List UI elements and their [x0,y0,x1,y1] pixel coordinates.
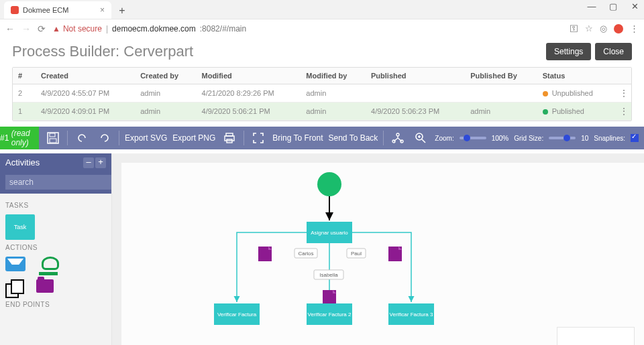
col-created[interactable]: Created [36,68,135,84]
not-secure-badge: ▲Not secure [52,24,102,33]
layout-icon[interactable] [389,129,407,147]
copy-icon[interactable] [5,279,23,297]
endpoints-section-label: END POINTS [5,301,106,308]
page-title: Process Builder: Cerverpart [12,43,193,60]
tab-close-icon[interactable]: × [100,5,105,15]
nav-forward-icon[interactable]: → [21,23,31,34]
window-minimize[interactable]: — [585,1,598,11]
svg-rect-2 [50,139,56,143]
svg-point-6 [396,133,399,136]
status-dot-icon [543,109,548,115]
col-status[interactable]: Status [537,68,614,84]
zoom-value: 100% [492,135,509,142]
ruler-vertical [112,153,121,345]
row-menu-icon[interactable]: ⋮ [614,102,631,121]
grid-slider[interactable] [549,137,576,139]
status-dot-icon [543,91,548,96]
svg-text:Paul: Paul [351,251,362,257]
redo-icon[interactable] [96,129,113,147]
table-row[interactable]: 1 4/9/2020 4:09:01 PM admin 4/9/2020 5:0… [13,102,631,121]
window-maximize[interactable]: ▢ [606,1,620,11]
export-png-button[interactable]: Export PNG [172,133,215,143]
snaplines-checkbox[interactable] [631,134,639,142]
svg-text:Verificar Factura: Verificar Factura [217,312,257,318]
folder-icon[interactable] [36,279,54,293]
close-button[interactable]: Close [595,43,632,60]
grid-label: Grid Size: [514,135,543,142]
svg-rect-4 [225,136,234,141]
new-tab-button[interactable]: + [114,3,130,19]
nav-reload-icon[interactable]: ⟳ [38,23,46,34]
window-controls: — ▢ ✕ [585,1,641,11]
send-to-back-button[interactable]: Send To Back [329,133,378,143]
col-published-by[interactable]: Published By [465,68,537,84]
svg-rect-0 [48,133,58,143]
browser-menu-icon[interactable]: ⋮ [630,23,639,33]
row-menu-icon[interactable]: ⋮ [614,84,631,102]
flow-diagram: Asignar usuario Carlos Paul Isabella Ver… [121,163,551,345]
svg-text:Verificar Factura 2: Verificar Factura 2 [308,312,352,318]
nav-back-icon[interactable]: ← [5,23,15,34]
url-path: :8082/#/main [200,24,246,33]
add-panel-button[interactable]: + [95,157,106,168]
collapse-panel-button[interactable]: – [83,157,94,168]
shield-icon[interactable]: ◎ [600,23,607,33]
bring-to-front-button[interactable]: Bring To Front [272,133,323,143]
envelope-icon[interactable] [5,257,25,271]
export-svg-button[interactable]: Export SVG [125,133,167,143]
svg-text:Isabella: Isabella [319,272,338,278]
star-icon[interactable]: ☆ [585,23,593,33]
extension-icon[interactable] [614,24,623,33]
minimap[interactable] [557,327,635,345]
table-row[interactable]: 2 4/9/2020 4:55:07 PM admin 4/21/2020 8:… [13,84,631,102]
col-modified[interactable]: Modified [197,68,301,84]
svg-text:Asignar usuario: Asignar usuario [311,230,348,236]
col-published[interactable]: Published [366,68,465,84]
svg-text:Verificar Factura 3: Verificar Factura 3 [390,312,433,318]
actions-section-label: ACTIONS [5,244,106,251]
favicon-icon [11,6,19,14]
print-icon[interactable] [221,129,238,147]
svg-rect-1 [50,133,55,137]
window-close[interactable]: ✕ [628,1,641,11]
start-node[interactable] [317,172,341,196]
undo-icon[interactable] [73,129,91,147]
activities-search-input[interactable] [5,175,114,190]
save-icon[interactable] [44,129,62,147]
url-host: demoecm.dokmee.com [112,24,196,33]
col-created-by[interactable]: Created by [135,68,196,84]
browser-tab[interactable]: Dokmee ECM × [4,1,111,19]
canvas-toolbar: Export SVG Export PNG Bring To Front Sen… [39,127,644,149]
col-modified-by[interactable]: Modified by [301,68,366,84]
zoom-icon[interactable] [412,129,429,147]
fullscreen-icon[interactable] [250,129,267,147]
svg-text:Carlos: Carlos [298,251,313,257]
address-bar[interactable]: ▲Not secure | demoecm.dokmee.com:8082/#/… [52,24,563,33]
key-icon[interactable]: ⚿ [570,23,578,33]
versions-table: # Created Created by Modified Modified b… [12,67,632,121]
tasks-section-label: TASKS [5,202,106,209]
version-banner: #1 (read only) [0,127,39,149]
settings-button[interactable]: Settings [546,43,591,60]
grid-value: 10 [581,135,588,142]
snaplines-label: Snaplines: [594,135,625,142]
process-canvas[interactable]: Asignar usuario Carlos Paul Isabella Ver… [111,153,644,345]
col-num[interactable]: # [13,68,36,84]
tab-title: Dokmee ECM [23,6,68,14]
zoom-slider[interactable] [460,137,486,139]
zoom-label: Zoom: [435,135,453,142]
task-activity-chip[interactable]: Task [5,214,35,240]
activities-header: Activities –+ [0,153,111,171]
ruler-horizontal [121,153,644,163]
stamp-icon[interactable] [39,257,58,275]
